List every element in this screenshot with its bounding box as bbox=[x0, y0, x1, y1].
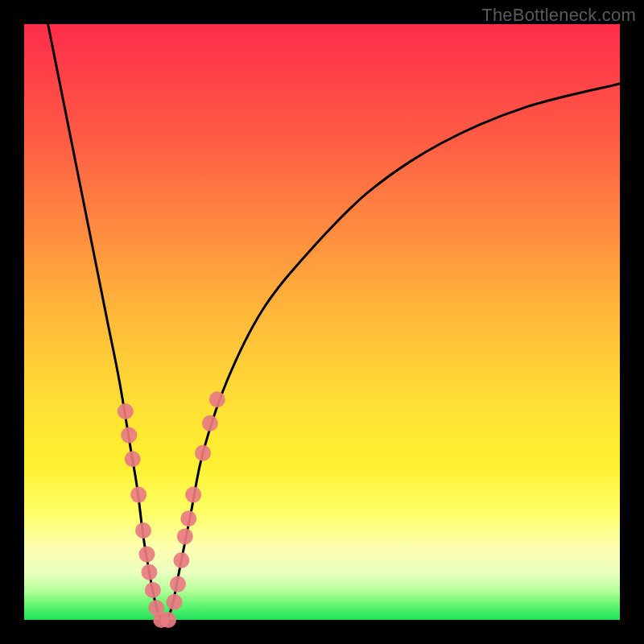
data-marker bbox=[145, 582, 161, 598]
data-marker bbox=[177, 528, 193, 544]
marker-group bbox=[118, 391, 225, 628]
data-marker bbox=[121, 427, 137, 444]
bottleneck-curve bbox=[48, 24, 620, 622]
data-marker bbox=[125, 451, 141, 467]
data-marker bbox=[160, 612, 176, 628]
data-marker bbox=[209, 391, 225, 407]
chart-frame: TheBottleneck.com bbox=[0, 0, 644, 644]
data-marker bbox=[173, 552, 189, 568]
data-marker bbox=[180, 510, 196, 526]
data-marker bbox=[141, 564, 157, 580]
watermark-text: TheBottleneck.com bbox=[481, 5, 636, 26]
data-marker bbox=[138, 547, 155, 563]
data-marker bbox=[170, 576, 186, 592]
data-marker bbox=[135, 522, 151, 539]
plot-area bbox=[24, 24, 620, 620]
data-marker bbox=[130, 487, 147, 503]
data-marker bbox=[118, 403, 134, 419]
curve-group bbox=[48, 24, 620, 622]
data-marker bbox=[185, 487, 201, 503]
data-marker bbox=[166, 594, 182, 610]
data-marker bbox=[202, 415, 218, 431]
data-marker bbox=[195, 445, 211, 461]
bottleneck-curve-svg bbox=[24, 24, 620, 620]
